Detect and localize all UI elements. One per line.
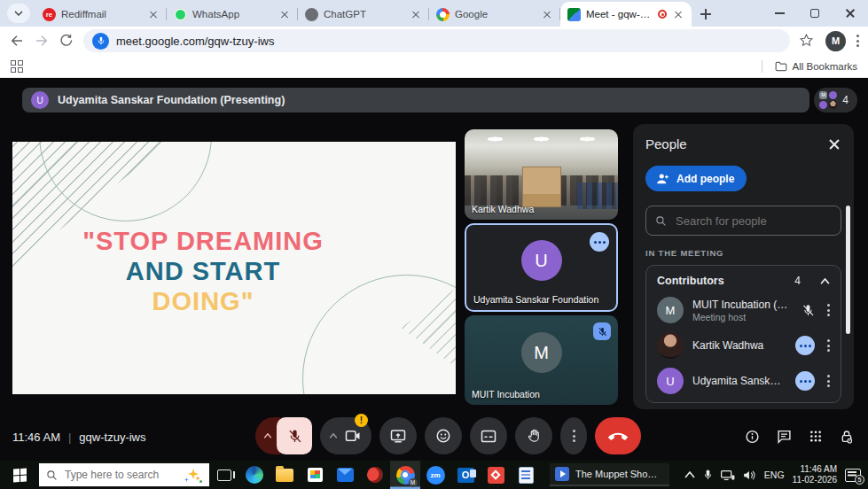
participant-row-kartik: Kartik Wadhwa: [646, 328, 841, 363]
camera-button[interactable]: [345, 429, 361, 443]
raise-hand-button[interactable]: [515, 417, 552, 454]
taskbar-window-muppet-show[interactable]: The Muppet Show of...: [550, 463, 669, 486]
refresh-icon[interactable]: [59, 33, 74, 49]
edge-icon[interactable]: [239, 461, 270, 489]
camera-feed: [465, 135, 618, 144]
chat-icon[interactable]: [777, 429, 792, 444]
meeting-details-icon[interactable]: [745, 429, 760, 444]
tab-google[interactable]: Google: [429, 2, 560, 27]
whatsapp-favicon: [174, 8, 187, 21]
tab-rediffmail[interactable]: re Rediffmail: [35, 2, 167, 27]
mic-off-icon: [802, 304, 815, 317]
document-app-icon[interactable]: [511, 461, 541, 489]
tab-search-button[interactable]: [7, 4, 30, 23]
tray-time: 11:46 AM: [793, 464, 837, 476]
start-button[interactable]: [0, 461, 39, 489]
tile-name-label: MUIT Incubation: [472, 389, 540, 400]
people-panel-title: People: [645, 136, 687, 151]
minimize-button[interactable]: [762, 0, 797, 27]
chrome-profile-badge: M: [409, 478, 418, 487]
reactions-button[interactable]: [425, 417, 462, 454]
tab-label: Rediffmail: [61, 9, 142, 19]
url-bar[interactable]: meet.google.com/gqw-tzuy-iws: [83, 29, 790, 52]
close-button[interactable]: [833, 0, 868, 27]
participant-count-chip[interactable]: M 4: [814, 88, 857, 113]
all-bookmarks-button[interactable]: All Bookmarks: [762, 60, 858, 73]
tile-more-options-button[interactable]: [590, 232, 609, 252]
tab-close-icon[interactable]: [672, 8, 684, 20]
tile-name-label: Udyamita Sanskar Foundation: [473, 294, 598, 305]
camera-options-chevron[interactable]: [329, 433, 338, 439]
present-screen-button[interactable]: [379, 417, 417, 454]
restore-button[interactable]: [797, 0, 833, 27]
site-mic-permission-icon[interactable]: [92, 33, 109, 50]
red-diamond-app-icon[interactable]: [481, 461, 511, 489]
activities-grid-icon[interactable]: [809, 430, 823, 444]
participant-count: 4: [842, 94, 848, 106]
chrome-icon-active[interactable]: M: [390, 461, 420, 489]
participant-subtitle: Meeting host: [692, 312, 793, 322]
video-tile-kartik[interactable]: Kartik Wadhwa: [465, 129, 618, 220]
tray-network-display-icon[interactable]: [721, 470, 735, 481]
participant-menu-icon[interactable]: [825, 302, 832, 318]
participant-avatar-photo: [657, 332, 684, 359]
participant-menu-icon[interactable]: [825, 338, 832, 353]
meet-page: U Udyamita Sanskar Foundation (Presentin…: [0, 78, 868, 461]
apps-grid-icon[interactable]: [11, 60, 23, 73]
browser-tabstrip: re Rediffmail WhatsApp ChatGPT Google Me…: [0, 0, 868, 27]
tray-language[interactable]: ENG: [764, 470, 785, 480]
copilot-sparkle-icon: [184, 467, 202, 483]
add-people-button[interactable]: Add people: [645, 166, 747, 191]
video-tile-udyamita[interactable]: U Udyamita Sanskar Foundation: [465, 223, 618, 312]
participant-menu-icon[interactable]: [825, 373, 832, 389]
close-panel-icon[interactable]: [827, 137, 841, 151]
contributors-header[interactable]: Contributors 4: [646, 275, 841, 292]
tray-clock[interactable]: 11:46 AM 11-02-2026: [793, 464, 837, 486]
folder-icon: [775, 61, 787, 72]
participant-audio-options-button[interactable]: [795, 371, 815, 391]
tab-meet-active[interactable]: Meet - gqw-tzuy-iws: [560, 2, 692, 27]
more-options-button[interactable]: [560, 417, 587, 454]
new-tab-button[interactable]: [695, 4, 716, 25]
outlook-classic-icon[interactable]: O: [450, 461, 481, 489]
end-call-button[interactable]: [595, 417, 641, 454]
tray-expand-chevron-icon[interactable]: [684, 471, 695, 478]
host-controls-lock-icon[interactable]: [840, 429, 854, 444]
task-view-button[interactable]: [209, 461, 239, 489]
tab-close-icon[interactable]: [278, 8, 291, 20]
browser-profile-avatar[interactable]: M: [825, 31, 846, 51]
captions-button[interactable]: [470, 417, 507, 454]
meeting-panel-buttons: [745, 429, 854, 444]
chevron-up-icon[interactable]: [820, 278, 830, 284]
people-search[interactable]: [645, 206, 841, 236]
taskbar-search-input[interactable]: [65, 469, 177, 481]
bookmark-star-icon[interactable]: [799, 33, 815, 49]
forward-icon[interactable]: [34, 33, 50, 49]
notification-center-icon[interactable]: 5: [845, 469, 861, 482]
tab-whatsapp[interactable]: WhatsApp: [167, 2, 298, 27]
tray-volume-icon[interactable]: [743, 470, 756, 481]
tab-close-icon[interactable]: [147, 8, 160, 20]
tab-close-icon[interactable]: [410, 8, 422, 20]
call-controls: !: [255, 417, 641, 454]
file-explorer-icon[interactable]: [270, 461, 300, 489]
participant-avatar: M: [657, 297, 684, 323]
zoom-app-icon[interactable]: zm: [420, 461, 450, 489]
people-search-input[interactable]: [676, 214, 832, 228]
tray-mic-icon[interactable]: [703, 469, 713, 481]
browser-menu-icon[interactable]: [856, 35, 859, 47]
chatgpt-favicon: [305, 8, 318, 21]
panel-scrollbar[interactable]: [846, 206, 850, 334]
video-tile-muit[interactable]: M MUIT Incubation: [465, 315, 618, 405]
microsoft-store-icon[interactable]: [300, 461, 330, 489]
tab-close-icon[interactable]: [541, 8, 553, 20]
mic-mute-button[interactable]: [277, 417, 312, 454]
outlook-new-icon[interactable]: [330, 461, 360, 489]
snipping-tool-icon[interactable]: [360, 461, 390, 489]
windows-logo-icon: [13, 468, 27, 481]
back-icon[interactable]: [9, 33, 25, 49]
slide-quote-line1: "STOP DREAMING: [12, 226, 394, 256]
taskbar-search[interactable]: [39, 463, 209, 486]
tab-chatgpt[interactable]: ChatGPT: [298, 2, 429, 27]
participant-audio-options-button[interactable]: [795, 336, 815, 355]
